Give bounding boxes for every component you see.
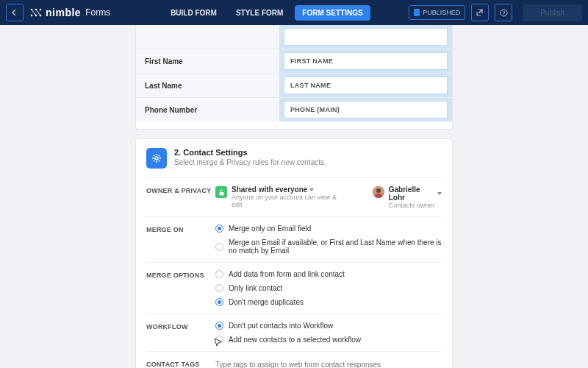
merge-add-data-radio[interactable]: Add data from form and link contact bbox=[215, 270, 442, 278]
field-mapping-input[interactable] bbox=[284, 52, 448, 70]
svg-point-12 bbox=[376, 188, 381, 193]
field-row bbox=[136, 25, 452, 49]
fields-card: First Name Last Name Phone Number bbox=[135, 25, 453, 130]
owner-privacy-section: OWNER & PRIVACY Shared with everyone Any… bbox=[146, 177, 442, 216]
sharing-dropdown[interactable]: Shared with everyone Anyone on your acco… bbox=[215, 185, 343, 209]
contact-settings-card: 2. Contact Settings Select merge & Priva… bbox=[135, 138, 453, 368]
svg-point-9 bbox=[155, 157, 158, 160]
field-row: First Name bbox=[136, 49, 452, 73]
status-area: PUBLISHED ? Publish bbox=[409, 4, 582, 21]
field-mapping-input[interactable] bbox=[284, 101, 448, 118]
svg-point-2 bbox=[40, 9, 42, 11]
field-label: First Name bbox=[136, 49, 279, 73]
settings-title: 2. Contact Settings bbox=[174, 148, 326, 157]
logo-icon bbox=[29, 7, 43, 18]
merge-on-section: MERGE ON Merge only on Email field Merge… bbox=[146, 216, 442, 262]
svg-text:?: ? bbox=[502, 10, 505, 15]
tab-build-form[interactable]: BUILD FORM bbox=[163, 5, 224, 21]
tab-form-settings[interactable]: FORM SETTINGS bbox=[295, 5, 370, 21]
brand-sub: Forms bbox=[85, 7, 110, 18]
field-mapping-input[interactable] bbox=[284, 77, 448, 94]
tabs: BUILD FORM STYLE FORM FORM SETTINGS bbox=[163, 5, 370, 21]
field-mapping-input[interactable] bbox=[284, 28, 448, 46]
svg-point-3 bbox=[31, 15, 33, 17]
merge-dont-radio[interactable]: Don't merge duplicates bbox=[215, 298, 442, 306]
published-badge: PUBLISHED bbox=[409, 5, 465, 20]
brand: nimble Forms bbox=[29, 7, 110, 18]
chevron-down-icon bbox=[437, 192, 442, 195]
chevron-down-icon bbox=[309, 188, 314, 191]
svg-rect-10 bbox=[219, 192, 223, 196]
merge-only-link-radio[interactable]: Only link contact bbox=[215, 284, 442, 292]
contact-tags-input[interactable] bbox=[215, 359, 442, 368]
workflow-none-radio[interactable]: Don't put contacts into Workflow bbox=[215, 322, 442, 330]
merge-options-section: MERGE OPTIONS Add data from form and lin… bbox=[146, 262, 442, 314]
back-button[interactable] bbox=[6, 4, 24, 21]
settings-subtitle: Select merge & Privacy rules for new con… bbox=[174, 158, 326, 166]
arrow-left-icon bbox=[11, 9, 18, 16]
avatar bbox=[373, 186, 384, 198]
open-external-button[interactable] bbox=[471, 4, 489, 21]
tab-style-form[interactable]: STYLE FORM bbox=[229, 5, 290, 21]
publish-button[interactable]: Publish bbox=[523, 4, 582, 21]
workflow-section: WORKFLOW Don't put contacts into Workflo… bbox=[146, 314, 442, 351]
help-icon: ? bbox=[500, 9, 508, 17]
field-label: Phone Number bbox=[136, 98, 279, 121]
field-row: Phone Number bbox=[136, 97, 452, 121]
merge-on-email-or-name-radio[interactable]: Merge on Email if available, or First an… bbox=[215, 238, 442, 255]
workflow-add-radio[interactable]: Add new contacts to a selected workflow bbox=[215, 336, 442, 344]
topbar: nimble Forms BUILD FORM STYLE FORM FORM … bbox=[0, 0, 588, 25]
svg-rect-6 bbox=[414, 9, 420, 16]
field-label: Last Name bbox=[136, 74, 279, 97]
main-viewport[interactable]: First Name Last Name Phone Number 2. Con… bbox=[0, 25, 588, 368]
help-button[interactable]: ? bbox=[495, 4, 512, 21]
contact-tags-section: CONTACT TAGS bbox=[146, 351, 442, 368]
unlock-icon bbox=[215, 186, 227, 198]
owner-dropdown[interactable]: Gabrielle Lohr Contacts owner bbox=[373, 185, 442, 209]
field-row: Last Name bbox=[136, 73, 452, 97]
brand-name: nimble bbox=[46, 7, 81, 18]
external-link-icon bbox=[476, 9, 484, 17]
settings-header: 2. Contact Settings Select merge & Priva… bbox=[146, 148, 442, 169]
field-label bbox=[136, 25, 279, 49]
cursor-icon bbox=[214, 338, 223, 348]
gear-icon bbox=[146, 148, 167, 169]
svg-rect-13 bbox=[375, 194, 382, 198]
doc-icon bbox=[414, 9, 420, 16]
merge-on-email-radio[interactable]: Merge only on Email field bbox=[215, 224, 442, 233]
